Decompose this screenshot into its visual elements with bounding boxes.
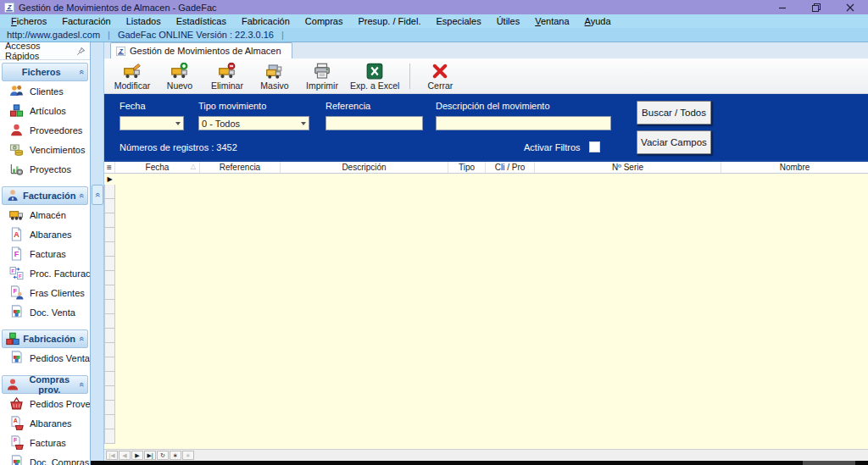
menu-fabricacion[interactable]: Fabricación xyxy=(234,15,298,27)
minimize-button[interactable] xyxy=(777,3,787,13)
section-header-ficheros[interactable]: Ficheros « xyxy=(2,63,88,81)
referencia-label: Referencia xyxy=(326,101,370,111)
row-indicator-cell xyxy=(104,271,115,285)
column-header-cli-pro[interactable]: Cli / Pro xyxy=(486,162,535,173)
collapse-chevron-icon: « xyxy=(77,336,86,341)
sidebar-body: Ficheros « Clientes Artículos Proveedore… xyxy=(0,60,90,465)
column-header-num-serie[interactable]: Nº Serie xyxy=(535,162,721,173)
menu-especiales[interactable]: Especiales xyxy=(428,15,488,27)
fecha-dropdown[interactable] xyxy=(120,116,184,130)
section-header-compras[interactable]: Compras prov. « xyxy=(2,375,88,394)
menu-utiles[interactable]: Útiles xyxy=(489,15,528,27)
column-header-descripcion[interactable]: Descripción xyxy=(281,162,448,173)
buscar-todos-button[interactable]: Buscar / Todos xyxy=(637,101,711,125)
sidebar-item-pedidos-proveedor[interactable]: Pedidos Proveedor xyxy=(2,394,88,413)
invoice-icon: F xyxy=(9,246,24,261)
nav-special-button[interactable]: ∗ xyxy=(182,451,194,460)
nav-refresh-button[interactable]: ↻ xyxy=(157,451,169,460)
menu-estadisticas[interactable]: Estadísticas xyxy=(169,15,234,27)
sidebar-collapse-button[interactable]: « xyxy=(92,185,103,205)
collapse-chevron-icon: « xyxy=(77,69,86,75)
row-indicator-cell xyxy=(104,329,115,343)
menu-ficheros[interactable]: Ficheros xyxy=(3,15,54,27)
tipo-movimiento-label: Tipo movimiento xyxy=(198,101,266,111)
column-header-fecha[interactable]: Fecha △ xyxy=(115,162,200,173)
sidebar-item-almacen[interactable]: Almacén xyxy=(2,205,88,224)
delivery-note-icon: A xyxy=(9,227,24,241)
exportar-excel-button[interactable]: Exp. a Excel xyxy=(346,61,403,92)
collapse-chevron-icon: « xyxy=(77,193,86,198)
menu-ventana[interactable]: Ventana xyxy=(527,15,576,27)
nav-first-button[interactable]: |◀ xyxy=(106,451,118,460)
invoicing-person-icon xyxy=(6,189,19,202)
clients-icon xyxy=(9,84,24,98)
sidebar-item-proyectos[interactable]: Proyectos xyxy=(2,159,88,179)
sidebar-item-articulos[interactable]: Artículos xyxy=(2,101,88,120)
section-header-fabricacion[interactable]: Fabricación « xyxy=(2,329,88,348)
menu-ayuda[interactable]: Ayuda xyxy=(577,15,619,27)
column-header-nombre[interactable]: Nombre xyxy=(721,162,868,173)
imprimir-button[interactable]: Imprimir xyxy=(298,61,346,92)
sidebar-item-facturas-compra[interactable]: F Facturas xyxy=(2,433,88,452)
sidebar-item-albaranes[interactable]: A Albaranes xyxy=(2,224,88,244)
sidebar-item-pedidos-venta[interactable]: Pedidos Venta xyxy=(2,348,88,368)
menu-listados[interactable]: Listados xyxy=(119,15,169,27)
sidebar-item-facturas[interactable]: F Facturas xyxy=(2,244,88,263)
sidebar-item-proveedores[interactable]: Proveedores xyxy=(2,120,88,140)
nav-next-button[interactable]: ▶ xyxy=(131,451,143,460)
menu-facturacion[interactable]: Facturación xyxy=(54,15,118,27)
column-header-referencia[interactable]: Referencia xyxy=(200,162,281,173)
column-header-tipo[interactable]: Tipo xyxy=(448,162,486,173)
articles-icon xyxy=(9,103,24,118)
nav-insert-button[interactable]: ∗ xyxy=(170,451,181,460)
sidebar-section-ficheros: Ficheros « Clientes Artículos Proveedore… xyxy=(2,63,88,179)
row-indicator-cell xyxy=(104,300,115,314)
content-area: Accesos Rápidos Ficheros « Clientes Artí… xyxy=(0,42,868,465)
nav-prior-button[interactable]: ◀ xyxy=(119,451,131,460)
row-indicator-cell xyxy=(104,213,115,228)
activar-filtros-checkbox[interactable] xyxy=(589,141,600,152)
sidebar-item-fras-clientes[interactable]: F Fras Clientes xyxy=(2,283,88,302)
pin-icon[interactable] xyxy=(76,47,86,56)
menu-presup-fidel[interactable]: Presup. / Fidel. xyxy=(350,15,428,27)
sidebar-item-proc-facturacion[interactable]: FF Proc. Facturación xyxy=(2,263,88,283)
sidebar-item-clientes[interactable]: Clientes xyxy=(2,81,88,101)
sidebar-header: Accesos Rápidos xyxy=(0,42,90,60)
vaciar-campos-button[interactable]: Vaciar Campos xyxy=(637,130,711,154)
modificar-button[interactable]: Modificar xyxy=(108,61,156,92)
eliminar-button[interactable]: Eliminar xyxy=(203,61,251,92)
referencia-input[interactable] xyxy=(326,116,423,130)
purchase-delivery-note-icon: A xyxy=(9,416,24,430)
svg-text:F: F xyxy=(11,268,14,274)
chevron-down-icon xyxy=(175,122,181,125)
sidebar-item-vencimientos[interactable]: Vencimientos xyxy=(2,140,88,159)
grid-options-header[interactable]: ≡ xyxy=(104,162,115,173)
quick-access-sidebar: Accesos Rápidos Ficheros « Clientes Artí… xyxy=(0,42,91,465)
sidebar-item-doc-compras[interactable]: Doc. Compras xyxy=(2,452,88,465)
section-header-facturacion[interactable]: Facturación « xyxy=(2,186,88,205)
website-url: http://www.gadesl.com xyxy=(7,30,100,40)
sidebar-item-albaranes-compra[interactable]: A Albaranes xyxy=(2,413,88,433)
close-button[interactable] xyxy=(845,3,855,13)
masivo-button[interactable]: Masivo xyxy=(251,61,298,92)
nuevo-button[interactable]: Nuevo xyxy=(156,61,203,92)
row-indicator-cell xyxy=(104,386,115,401)
restore-button[interactable] xyxy=(811,3,821,13)
tab-gestion-movimientos[interactable]: Z Gestión de Movimientos de Almacen xyxy=(110,42,292,58)
grid-body[interactable]: ▶ xyxy=(104,174,868,449)
cerrar-button[interactable]: Cerrar xyxy=(416,61,464,92)
main-panel: Z Gestión de Movimientos de Almacen Modi… xyxy=(104,42,868,465)
sidebar-splitter[interactable]: « xyxy=(91,42,104,465)
tipo-movimiento-dropdown[interactable]: 0 - Todos xyxy=(198,116,309,130)
descripcion-input[interactable] xyxy=(436,116,611,130)
version-label: GadeFac ONLINE Versión : 22.3.0.16 xyxy=(118,30,274,40)
menu-compras[interactable]: Compras xyxy=(298,15,351,27)
fecha-label: Fecha xyxy=(120,101,146,111)
nav-last-button[interactable]: ▶| xyxy=(144,451,156,460)
row-indicator-cell xyxy=(104,343,115,357)
descripcion-label: Descripción del movimiento xyxy=(436,101,550,111)
grid-empty-area[interactable] xyxy=(115,174,868,449)
sidebar-item-doc-venta[interactable]: Doc. Venta xyxy=(2,302,88,322)
row-indicator-cell xyxy=(104,314,115,329)
provider-icon xyxy=(9,123,24,137)
